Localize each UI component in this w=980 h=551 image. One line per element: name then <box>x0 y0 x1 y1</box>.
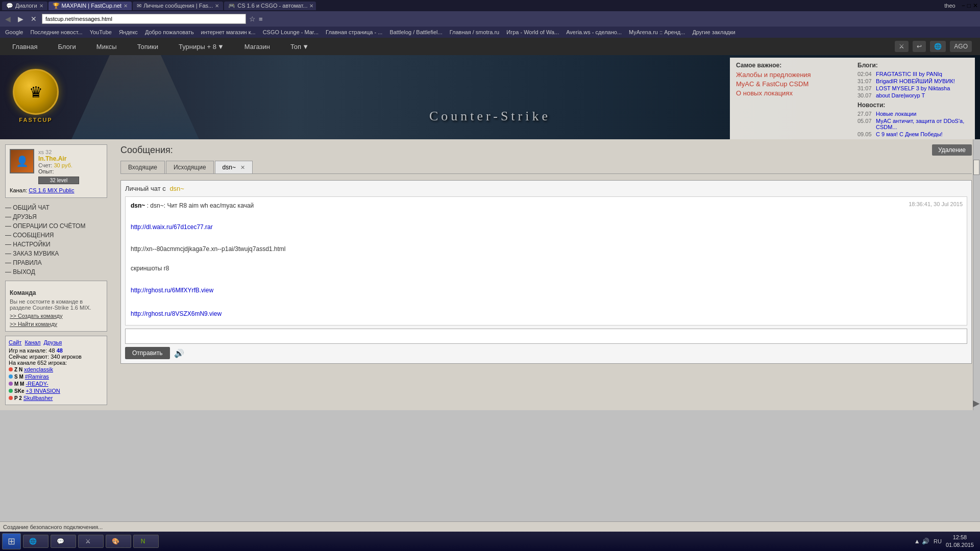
close-nav-btn[interactable]: ✕ <box>29 15 39 23</box>
address-input[interactable] <box>42 14 246 24</box>
bookmark-main[interactable]: Главная страница - ... <box>323 29 385 36</box>
bookmark-wow[interactable]: Игра - World of Wa... <box>503 29 562 36</box>
taskbar-paint[interactable]: 🎨 <box>106 535 131 548</box>
news-link-2[interactable]: С 9 мая! С Днем Победы! <box>876 131 943 137</box>
maximize-btn[interactable]: □ <box>967 2 971 9</box>
nav-cs-icon[interactable]: ⚔ <box>895 41 909 52</box>
tab-icon-dialogi: 💬 <box>6 3 13 9</box>
tab-cs[interactable]: 🎮 CS 1.6 и CSGO - автомат... ✕ <box>224 2 316 10</box>
bookmark-averia[interactable]: Averia.ws - сделано... <box>563 29 625 36</box>
nav-ago-icon[interactable]: AGO <box>950 41 972 52</box>
tab-messages[interactable]: ✉ Личные сообщения | Fas... ✕ <box>133 2 223 10</box>
language-indicator[interactable]: RU <box>934 538 942 544</box>
nav-top[interactable]: Топ ▼ <box>286 40 313 54</box>
nav-back-icon[interactable]: ↩ <box>913 41 926 52</box>
tab-dsn-close[interactable]: ✕ <box>240 164 245 170</box>
bookmark-smotra[interactable]: Главная / smotra.ru <box>447 29 503 36</box>
menu-rules[interactable]: ПРАВИЛА <box>5 258 107 267</box>
blog-link-1[interactable]: BrigadIR НОВЕЙШИЙ МУВИК! <box>876 78 955 84</box>
menu-messages[interactable]: СООБЩЕНИЯ <box>5 231 107 240</box>
bookmark-myarena[interactable]: MyArena.ru :: Аренд... <box>626 29 688 36</box>
menu-logout[interactable]: ВЫХОД <box>5 267 107 277</box>
blog-link-0[interactable]: FRAGTASTIC III by PANIq <box>876 71 942 77</box>
message-input[interactable] <box>125 329 967 344</box>
bookmark-star-icon[interactable]: ☆ <box>249 15 256 23</box>
tab-dsn[interactable]: dsn~ ✕ <box>215 161 253 173</box>
taskbar-skype[interactable]: 💬 <box>51 535 76 548</box>
scrollbar-thumb[interactable] <box>973 160 979 175</box>
channel-tab-channel[interactable]: Канал <box>24 339 40 345</box>
nav-shop[interactable]: Магазин <box>240 40 274 54</box>
nav-globe-icon[interactable]: 🌐 <box>930 41 946 52</box>
user-score[interactable]: 30 руб. <box>54 162 72 168</box>
important-link-0[interactable]: Жалобы и предложения <box>736 71 847 79</box>
taskbar-cs[interactable]: ⚔ <box>78 535 104 548</box>
tab-dialogi[interactable]: 💬 Диалоги ✕ <box>2 2 47 10</box>
message-link-2[interactable]: http://rghost.ru/6MlfXYrfB.view <box>131 286 962 295</box>
bookmark-welcome[interactable]: Добро пожаловать <box>142 29 197 36</box>
menu-settings[interactable]: НАСТРОЙКИ <box>5 240 107 249</box>
player-link-4[interactable]: Skullbasher <box>23 395 53 401</box>
online-count[interactable]: 48 <box>57 347 63 354</box>
close-window-btn[interactable]: ✕ <box>973 2 978 9</box>
taskbar-nvidia[interactable]: N <box>133 535 159 548</box>
news-link-1[interactable]: MyAC античит, защита от DDoS'a, CSDM... <box>876 118 969 130</box>
player-link-0[interactable]: xdenclassik <box>24 366 53 372</box>
username-link[interactable]: In.The.Air <box>38 155 79 162</box>
send-button[interactable]: Отправить <box>125 347 170 359</box>
channel-tab-friends[interactable]: Друзья <box>44 339 62 345</box>
delete-button[interactable]: Удаление <box>932 144 972 156</box>
important-link-2[interactable]: О новых локациях <box>736 89 847 97</box>
taskbar-chrome[interactable]: 🌐 <box>23 535 48 548</box>
forward-btn[interactable]: ▶ <box>16 15 26 23</box>
menu-account[interactable]: ОПЕРАЦИИ СО СЧЁТОМ <box>5 221 107 231</box>
tab-maxpain[interactable]: 🏆 MAXPAIN | FastCup.net ✕ <box>48 2 132 10</box>
menu-friends[interactable]: ДРУЗЬЯ <box>5 212 107 221</box>
close-tab-messages[interactable]: ✕ <box>215 3 219 9</box>
news-link-0[interactable]: Новые локации <box>876 111 916 117</box>
nav-tournaments[interactable]: Турниры + 8 ▼ <box>175 40 228 54</box>
menu-chat[interactable]: ОБЩИЙ ЧАТ <box>5 203 107 212</box>
bookmark-news[interactable]: Последние новост... <box>27 29 85 36</box>
channel-tab-site[interactable]: Сайт <box>9 339 21 345</box>
menu-icon[interactable]: ≡ <box>259 15 263 23</box>
dropdown-arrow: ▼ <box>217 43 224 51</box>
blog-link-3[interactable]: about Dare|woryp T <box>876 92 925 98</box>
back-btn[interactable]: ◀ <box>3 15 13 23</box>
bookmark-csgo-lounge[interactable]: CSGO Lounge - Mar... <box>260 29 322 36</box>
player-tag-2: M M <box>14 381 24 387</box>
player-link-2[interactable]: -READY- <box>26 381 48 387</box>
create-team-link[interactable]: Создать команду <box>10 313 103 319</box>
close-tab-dialogi[interactable]: ✕ <box>39 3 43 9</box>
blog-link-2[interactable]: LOST MYSELF 3 by Niktasha <box>876 85 950 91</box>
bookmark-google[interactable]: Google <box>2 29 26 36</box>
bookmark-yandex[interactable]: Яндекс <box>116 29 141 36</box>
nav-mixes[interactable]: Миксы <box>92 40 121 54</box>
nav-topics[interactable]: Топики <box>133 40 162 54</box>
bookmark-shop[interactable]: интернет магазин к... <box>198 29 259 36</box>
player-link-3[interactable]: +3 INVASION <box>26 388 60 394</box>
page-scrollbar[interactable]: ▶ <box>973 139 980 410</box>
start-button[interactable]: ⊞ <box>2 533 21 549</box>
menu-order-movie[interactable]: ЗАКАЗ МУВИКА <box>5 249 107 258</box>
player-link-1[interactable]: #Ramiras <box>25 373 49 380</box>
find-team-link[interactable]: Найти команду <box>10 321 103 327</box>
nav-home[interactable]: Главная <box>8 40 41 54</box>
team-text: Вы не состоите в команде в разделе Count… <box>10 298 103 311</box>
minimize-btn[interactable]: − <box>962 2 965 9</box>
important-link-1[interactable]: MyAC & FastCup CSDM <box>736 80 847 88</box>
close-tab-maxpain[interactable]: ✕ <box>124 3 128 9</box>
bookmark-others[interactable]: Другие закладки <box>689 29 738 36</box>
sound-icon[interactable]: 🔊 <box>174 348 184 358</box>
message-link-3[interactable]: http://rghost.ru/8VSZX6mN9.view <box>131 309 962 319</box>
bookmark-youtube[interactable]: YouTube <box>87 29 115 36</box>
playing-count: Игр на канале: 48 48 <box>9 347 104 354</box>
close-tab-cs[interactable]: ✕ <box>309 3 313 9</box>
chat-user-link[interactable]: dsn~ <box>169 185 184 192</box>
message-link-1[interactable]: http://dl.waix.ru/67d1cec77.rar <box>131 222 962 232</box>
bookmark-battlelog[interactable]: Battlelog / Battlefiel... <box>386 29 445 36</box>
channel-link[interactable]: CS 1.6 MIX Public <box>29 187 74 193</box>
tab-outgoing[interactable]: Исходящие <box>166 161 214 173</box>
tab-incoming[interactable]: Входящие <box>120 161 165 173</box>
nav-blogs[interactable]: Блоги <box>54 40 80 54</box>
